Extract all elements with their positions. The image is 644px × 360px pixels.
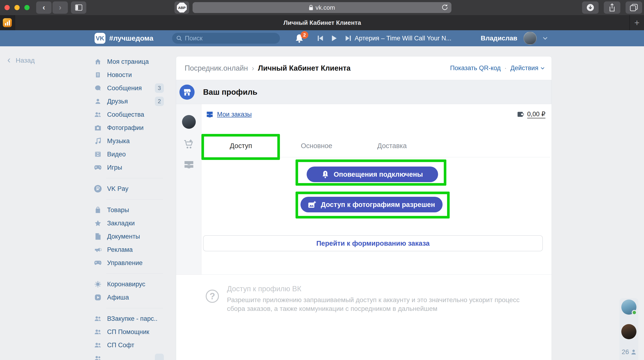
alerts-connected-button[interactable]: Оповещения подключены: [307, 167, 438, 182]
chevron-down-icon: [543, 37, 548, 40]
pinned-tab[interactable]: [0, 15, 15, 30]
message-icon: [94, 85, 102, 92]
app-panel: Мои заказы 0,00 ₽ Доступ Основное Достав…: [202, 104, 552, 360]
sidebar-item-my-page[interactable]: Моя страница: [94, 55, 165, 68]
actions-dropdown[interactable]: Действия: [510, 64, 544, 72]
sidebar-item-news[interactable]: Новости: [94, 68, 165, 81]
sidebar-item-games[interactable]: Игры: [94, 161, 165, 174]
sidebar-item-vkpay[interactable]: VK Pay: [94, 182, 165, 195]
play-button[interactable]: [332, 35, 337, 41]
now-playing-track[interactable]: Артерия – Time Will Call Your N...: [355, 30, 451, 46]
audio-player-controls: [317, 30, 351, 46]
back-nav-label: Назад: [16, 57, 34, 64]
users-icon: [94, 328, 102, 336]
photo-access-button[interactable]: Доступ к фотографиям разрешен: [300, 197, 442, 212]
zoom-window-button[interactable]: [24, 5, 30, 10]
abp-icon: ABP: [177, 2, 187, 12]
messages-count-badge: 3: [155, 83, 164, 93]
notifications-button[interactable]: 2: [295, 33, 306, 44]
online-count[interactable]: 26: [620, 348, 638, 356]
sidebar-item-documents[interactable]: Документы: [94, 230, 165, 243]
active-tab[interactable]: Личный Кабинет Клиента: [16, 15, 629, 30]
hashtag-link[interactable]: #лучшедома: [109, 30, 154, 46]
profile-title: Ваш профиль: [203, 88, 258, 97]
next-icon: [345, 35, 351, 41]
breadcrumb-separator-icon: ›: [252, 64, 254, 72]
close-window-button[interactable]: [4, 5, 10, 10]
breadcrumb-app[interactable]: Посредник.онлайн: [185, 64, 248, 72]
orders-row: Мои заказы 0,00 ₽: [206, 109, 546, 120]
sidebar-toggle-button[interactable]: [71, 1, 86, 14]
previous-track-button[interactable]: [317, 35, 324, 41]
reload-icon: [442, 4, 448, 11]
reload-button[interactable]: [442, 4, 448, 12]
sidebar-item-ads[interactable]: Реклама: [94, 243, 165, 256]
sidebar-item-friends[interactable]: Друзья 2: [94, 95, 165, 108]
tab-access[interactable]: Доступ: [230, 142, 252, 150]
sidebar-item-sp-helper[interactable]: СП Помощник: [94, 325, 165, 339]
sidebar-item-photos[interactable]: Фотографии: [94, 121, 165, 134]
my-orders-link[interactable]: Мои заказы: [217, 111, 252, 118]
lock-icon: [309, 5, 313, 10]
tab-overview-button[interactable]: [626, 1, 642, 14]
vk-logo[interactable]: VK: [94, 33, 106, 44]
sidebar-item-music[interactable]: Музыка: [94, 134, 165, 148]
user-menu[interactable]: Владислав: [481, 30, 548, 46]
sidebar-item-coronavirus[interactable]: Коронавирус: [94, 278, 165, 291]
users-icon: [94, 111, 102, 118]
address-bar[interactable]: vk.com: [193, 2, 452, 13]
profile-header: Ваш профиль: [176, 80, 552, 104]
sidebar-divider: [94, 174, 165, 182]
sidebar-item-sp-soft[interactable]: СП Софт: [94, 339, 165, 352]
balance-value[interactable]: 0,00 ₽: [527, 110, 546, 118]
tab-general[interactable]: Основное: [301, 142, 332, 150]
downloads-button[interactable]: [582, 1, 598, 14]
user-name: Владислав: [481, 34, 517, 42]
next-track-button[interactable]: [345, 35, 351, 41]
share-icon: [608, 3, 616, 12]
share-button[interactable]: [604, 1, 620, 14]
dot-separator: ·: [504, 64, 507, 72]
sidebar-item-communities[interactable]: Сообщества: [94, 108, 165, 121]
chevron-down-icon: [541, 67, 544, 69]
sidebar-item-afisha[interactable]: Афиша: [94, 291, 165, 304]
sidebar-item-cutoff[interactable]: [94, 352, 165, 360]
online-dot: [632, 310, 637, 315]
sidebar-item-vzakupke[interactable]: ВЗакупке - парс..: [94, 312, 165, 325]
sidebar-item-management[interactable]: Управление: [94, 256, 165, 270]
tab-delivery[interactable]: Доставка: [377, 142, 407, 150]
orders-tray-icon[interactable]: [176, 160, 202, 168]
photo-plus-icon: [308, 201, 316, 208]
new-tab-button[interactable]: +: [629, 15, 644, 30]
star-icon: [94, 220, 102, 227]
search-input[interactable]: [185, 35, 276, 42]
music-icon: [94, 137, 102, 145]
users-icon: [94, 342, 102, 349]
store-icon: [180, 85, 194, 100]
bell-alert-icon: [322, 170, 329, 178]
forward-button[interactable]: ›: [52, 1, 68, 14]
back-nav-link[interactable]: ‹ Назад: [7, 56, 35, 65]
sidebar-item-bookmarks[interactable]: Закладки: [94, 217, 165, 230]
adblock-extension-button[interactable]: ABP: [174, 1, 189, 14]
help-title: Доступ к профилю ВК: [227, 285, 301, 293]
search-box[interactable]: [172, 33, 280, 44]
rail-avatar[interactable]: [182, 115, 196, 129]
sidebar-item-video[interactable]: Видео: [94, 148, 165, 161]
sidebar-item-goods[interactable]: Товары: [94, 203, 165, 217]
url-text: vk.com: [316, 4, 335, 11]
create-order-button[interactable]: Перейти к формированию заказа: [203, 235, 543, 251]
document-icon: [94, 233, 102, 240]
cart-plus-icon[interactable]: [176, 139, 202, 149]
friend-avatar[interactable]: [621, 324, 636, 339]
minimize-window-button[interactable]: [14, 5, 20, 10]
friend-avatar[interactable]: [621, 300, 636, 315]
sidebar-item-messages[interactable]: Сообщения 3: [94, 81, 165, 95]
friends-count-badge: 2: [155, 97, 164, 106]
app-rail: [176, 104, 202, 275]
back-button[interactable]: ‹: [36, 1, 52, 14]
tabs-divider: [202, 157, 550, 157]
show-qr-link[interactable]: Показать QR-код: [450, 64, 501, 72]
window-controls: [4, 5, 30, 10]
home-icon: [94, 58, 102, 65]
